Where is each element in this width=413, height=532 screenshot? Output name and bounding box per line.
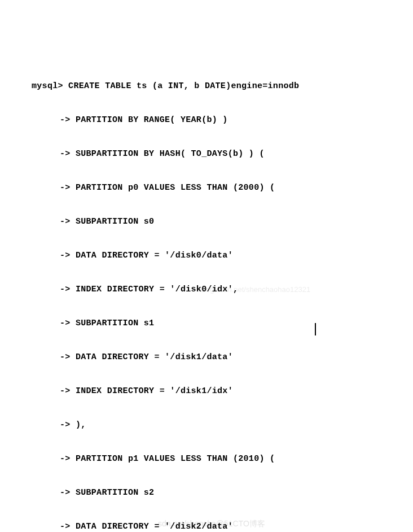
- sql-line: -> INDEX DIRECTORY = '/disk1/idx': [3, 383, 413, 400]
- sql-line: -> DATA DIRECTORY = '/disk1/data': [3, 349, 413, 366]
- watermark-text: blog.csdn.net/shenchaohao12321: [200, 282, 310, 297]
- sql-line: -> ),: [3, 417, 413, 434]
- sql-line: -> PARTITION p1 VALUES LESS THAN (2010) …: [3, 451, 413, 468]
- sql-line: -> PARTITION p0 VALUES LESS THAN (2000) …: [3, 180, 413, 197]
- sql-line: -> PARTITION BY RANGE( YEAR(b) ): [3, 112, 413, 129]
- sql-line: mysql> CREATE TABLE ts (a INT, b DATE)en…: [3, 78, 413, 95]
- sql-line: -> SUBPARTITION BY HASH( TO_DAYS(b) ) (: [3, 146, 413, 163]
- sql-line: -> DATA DIRECTORY = '/disk0/data': [3, 247, 413, 264]
- watermark-text: sdn.net/shencha@51CTO博客: [158, 516, 265, 531]
- sql-line: -> SUBPARTITION s0: [3, 213, 413, 230]
- text-cursor-icon: [315, 323, 316, 335]
- sql-line: -> SUBPARTITION s1: [3, 315, 413, 332]
- sql-line: -> SUBPARTITION s2: [3, 485, 413, 502]
